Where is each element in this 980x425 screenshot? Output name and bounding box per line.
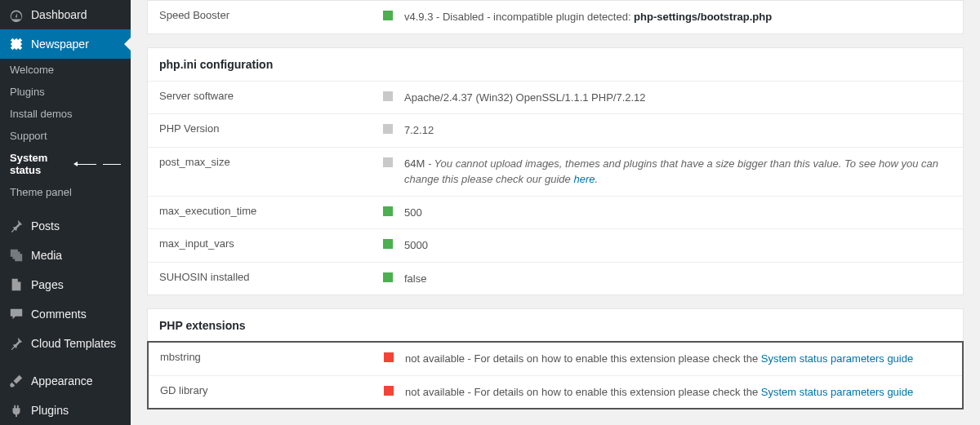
red-square-icon: [384, 386, 394, 396]
sidebar-label: Newspaper: [31, 38, 89, 51]
sidebar-item-newspaper[interactable]: Newspaper: [0, 29, 131, 59]
row-value: not available - For details on how to en…: [405, 351, 951, 367]
sidebar-item-dashboard[interactable]: Dashboard: [0, 0, 131, 29]
row-label: post_max_size: [159, 156, 372, 168]
sidebar-sub-system-status[interactable]: System status: [0, 147, 131, 181]
php-extensions-panel: PHP extensions mbstring not available - …: [147, 308, 964, 410]
sidebar-label: Cloud Templates: [31, 337, 116, 350]
guide-link[interactable]: System status parameters guide: [761, 352, 913, 365]
plug-icon: [8, 402, 24, 418]
brush-icon: [8, 373, 24, 389]
row-label: mbstring: [160, 351, 372, 363]
status-indicator: [372, 122, 404, 134]
sidebar-label: Media: [31, 249, 62, 262]
sidebar-sub-plugins[interactable]: Plugins: [0, 81, 131, 103]
php-ini-panel: php.ini configuration Server software Ap…: [147, 47, 964, 296]
red-square-icon: [384, 352, 394, 362]
table-row: max_input_vars 5000: [148, 228, 963, 262]
info-square-icon: [383, 124, 393, 134]
status-indicator: [372, 271, 404, 282]
table-row: post_max_size 64M - You cannot upload im…: [148, 147, 963, 196]
row-value: 7.2.12: [404, 122, 951, 139]
media-icon: [8, 247, 24, 263]
row-value: 5000: [404, 237, 951, 254]
sidebar-sub-support[interactable]: Support: [0, 125, 131, 147]
speed-booster-panel: Speed Booster v4.9.3 - Disabled - incomp…: [147, 0, 964, 34]
admin-sidebar: Dashboard Newspaper Welcome Plugins Inst…: [0, 0, 131, 425]
table-row: mbstring not available - For details on …: [149, 343, 962, 375]
row-value: Apache/2.4.37 (Win32) OpenSSL/1.1.1 PHP/…: [404, 90, 951, 106]
row-value: 64M - You cannot upload images, themes a…: [404, 156, 951, 188]
current-indicator-arrow: [74, 162, 96, 166]
pin-icon: [8, 218, 24, 234]
sidebar-item-posts[interactable]: Posts: [0, 211, 131, 241]
sidebar-item-comments[interactable]: Comments: [0, 299, 131, 329]
pin-icon: [8, 335, 24, 352]
info-square-icon: [383, 91, 393, 101]
green-square-icon: [383, 206, 393, 216]
newspaper-icon: [8, 36, 24, 52]
row-label: max_input_vars: [159, 237, 372, 250]
row-value: 500: [404, 205, 951, 221]
row-label: Speed Booster: [159, 9, 372, 21]
panel-heading: PHP extensions: [148, 309, 963, 342]
green-square-icon: [383, 239, 393, 249]
row-label: SUHOSIN installed: [159, 271, 372, 283]
green-square-icon: [383, 11, 393, 20]
row-label: max_execution_time: [159, 205, 372, 217]
row-label: GD library: [160, 384, 372, 396]
row-value: false: [404, 271, 951, 287]
guide-link[interactable]: System status parameters guide: [761, 386, 913, 398]
status-indicator: [372, 156, 404, 167]
status-indicator: [372, 384, 405, 396]
row-value: v4.9.3 - Disabled - incompatible plugin …: [404, 9, 951, 25]
extensions-highlight-box: mbstring not available - For details on …: [147, 341, 964, 410]
sidebar-sub-welcome[interactable]: Welcome: [0, 59, 131, 81]
sidebar-sub-theme-panel[interactable]: Theme panel: [0, 181, 131, 203]
table-row: PHP Version 7.2.12: [148, 113, 963, 147]
sidebar-item-cloud-templates[interactable]: Cloud Templates: [0, 329, 131, 358]
table-row: SUHOSIN installed false: [148, 262, 963, 295]
comment-icon: [8, 306, 24, 322]
status-indicator: [372, 205, 404, 216]
sidebar-item-media[interactable]: Media: [0, 241, 131, 270]
sidebar-label: Pages: [31, 278, 64, 291]
sidebar-label: Comments: [31, 308, 87, 321]
table-row: GD library not available - For details o…: [149, 375, 962, 409]
sidebar-item-pages[interactable]: Pages: [0, 270, 131, 299]
main-content: Speed Booster v4.9.3 - Disabled - incomp…: [131, 0, 980, 425]
info-square-icon: [383, 157, 393, 167]
guide-link[interactable]: here: [573, 173, 595, 185]
row-value: not available - For details on how to en…: [405, 384, 951, 401]
status-indicator: [372, 237, 404, 249]
status-indicator: [372, 9, 404, 20]
sidebar-item-appearance[interactable]: Appearance: [0, 366, 131, 396]
page-icon: [8, 277, 24, 293]
green-square-icon: [383, 272, 393, 282]
sidebar-sub-install-demos[interactable]: Install demos: [0, 103, 131, 125]
sidebar-item-plugins[interactable]: Plugins: [0, 396, 131, 425]
row-label: PHP Version: [159, 122, 372, 135]
sidebar-label: Dashboard: [31, 8, 87, 21]
status-indicator: [372, 351, 405, 362]
sidebar-label: Plugins: [31, 404, 69, 417]
sidebar-label: Appearance: [31, 374, 93, 387]
table-row: Server software Apache/2.4.37 (Win32) Op…: [148, 81, 963, 114]
sidebar-label: Posts: [31, 219, 60, 232]
dashboard-icon: [8, 7, 24, 23]
row-label: Server software: [159, 90, 372, 102]
table-row: max_execution_time 500: [148, 196, 963, 229]
status-indicator: [372, 90, 404, 101]
table-row: Speed Booster v4.9.3 - Disabled - incomp…: [148, 1, 963, 33]
panel-heading: php.ini configuration: [148, 48, 963, 81]
